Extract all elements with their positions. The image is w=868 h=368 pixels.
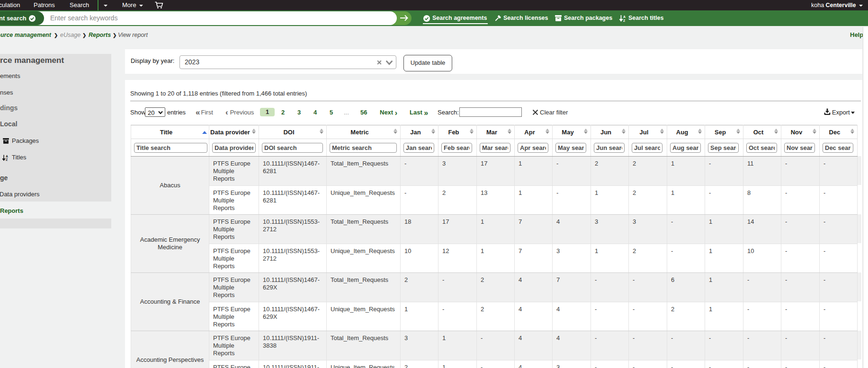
svg-text:Z: Z: [623, 19, 626, 22]
svg-text:A: A: [623, 15, 626, 18]
svg-text:Z: Z: [6, 158, 8, 161]
